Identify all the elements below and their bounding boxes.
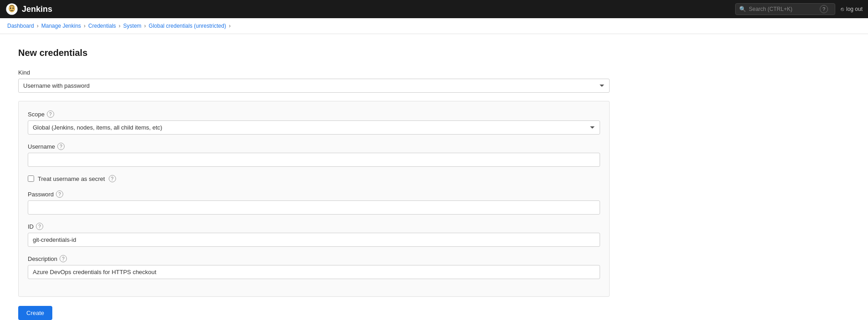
description-help-icon[interactable]: ? bbox=[60, 255, 67, 262]
credentials-form: Kind Username with password Secret text … bbox=[18, 69, 610, 320]
treat-username-secret-label: Treat username as secret bbox=[38, 175, 105, 182]
breadcrumb-sep-2: › bbox=[84, 23, 86, 29]
username-input[interactable] bbox=[28, 153, 600, 167]
search-box[interactable]: 🔍 ? bbox=[735, 3, 835, 15]
description-input[interactable] bbox=[28, 265, 600, 279]
kind-group: Kind Username with password Secret text … bbox=[18, 69, 610, 93]
id-group: ID ? bbox=[28, 223, 600, 247]
id-label: ID ? bbox=[28, 223, 600, 230]
search-icon: 🔍 bbox=[739, 6, 746, 12]
description-group: Description ? bbox=[28, 255, 600, 279]
jenkins-logo bbox=[5, 3, 18, 15]
main-content: New credentials Kind Username with passw… bbox=[0, 34, 868, 320]
app-title: Jenkins bbox=[22, 5, 52, 14]
svg-point-4 bbox=[12, 8, 14, 9]
breadcrumb-sep-4: › bbox=[144, 23, 146, 29]
scope-select[interactable]: Global (Jenkins, nodes, items, all child… bbox=[28, 120, 600, 135]
password-label-text: Password bbox=[28, 191, 54, 198]
breadcrumb-sep-1: › bbox=[37, 23, 39, 29]
logout-icon: ⎋ bbox=[841, 6, 844, 12]
breadcrumb-credentials[interactable]: Credentials bbox=[88, 23, 116, 29]
kind-label-text: Kind bbox=[18, 69, 30, 76]
password-label: Password ? bbox=[28, 190, 600, 198]
scope-group: Scope ? Global (Jenkins, nodes, items, a… bbox=[28, 110, 600, 135]
password-group: Password ? bbox=[28, 190, 600, 215]
page-title: New credentials bbox=[18, 48, 850, 58]
username-label: Username ? bbox=[28, 143, 600, 150]
username-group: Username ? bbox=[28, 143, 600, 167]
logout-button[interactable]: ⎋ log out bbox=[841, 6, 863, 12]
header-right: 🔍 ? ⎋ log out bbox=[735, 3, 863, 15]
id-input[interactable] bbox=[28, 233, 600, 247]
username-label-text: Username bbox=[28, 143, 55, 150]
scope-help-icon[interactable]: ? bbox=[47, 110, 54, 118]
create-button[interactable]: Create bbox=[18, 306, 52, 320]
password-input[interactable] bbox=[28, 200, 600, 215]
kind-label: Kind bbox=[18, 69, 610, 76]
scope-label: Scope ? bbox=[28, 110, 600, 118]
password-help-icon[interactable]: ? bbox=[56, 190, 63, 198]
breadcrumb: Dashboard › Manage Jenkins › Credentials… bbox=[0, 18, 868, 34]
scoped-section: Scope ? Global (Jenkins, nodes, items, a… bbox=[18, 101, 610, 297]
breadcrumb-global-credentials[interactable]: Global credentials (unrestricted) bbox=[149, 23, 226, 29]
header-left: Jenkins bbox=[5, 3, 52, 15]
id-help-icon[interactable]: ? bbox=[36, 223, 43, 230]
username-help-icon[interactable]: ? bbox=[57, 143, 65, 150]
logout-label: log out bbox=[846, 6, 863, 12]
breadcrumb-sep-5: › bbox=[229, 23, 231, 29]
search-help-icon[interactable]: ? bbox=[820, 5, 828, 13]
search-input[interactable] bbox=[749, 6, 817, 12]
breadcrumb-manage-jenkins[interactable]: Manage Jenkins bbox=[41, 23, 81, 29]
description-label-text: Description bbox=[28, 255, 57, 262]
breadcrumb-dashboard[interactable]: Dashboard bbox=[7, 23, 34, 29]
treat-username-secret-row: Treat username as secret ? bbox=[28, 175, 600, 182]
breadcrumb-sep-3: › bbox=[119, 23, 121, 29]
svg-point-3 bbox=[10, 8, 11, 9]
id-label-text: ID bbox=[28, 223, 34, 230]
treat-username-secret-checkbox[interactable] bbox=[28, 175, 34, 182]
kind-select[interactable]: Username with password Secret text Secre… bbox=[18, 79, 610, 93]
description-label: Description ? bbox=[28, 255, 600, 262]
scope-label-text: Scope bbox=[28, 111, 45, 118]
app-header: Jenkins 🔍 ? ⎋ log out bbox=[0, 0, 868, 18]
treat-username-help-icon[interactable]: ? bbox=[109, 175, 116, 182]
breadcrumb-system[interactable]: System bbox=[123, 23, 141, 29]
